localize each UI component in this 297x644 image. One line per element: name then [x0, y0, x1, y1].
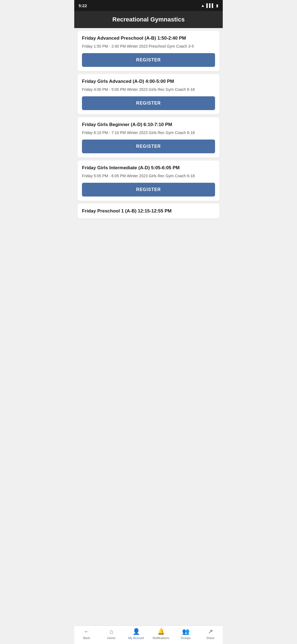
register-button-1[interactable]: REGISTER [82, 53, 215, 67]
class-title-3: Friday Girls Beginner (A-D) 6:10-7:10 PM [82, 122, 215, 128]
nav-label-my-account: My Account [128, 636, 144, 640]
class-card-4: Friday Girls Intermediate (A-D) 5:05-6:0… [78, 160, 219, 201]
battery-icon: ▮ [216, 3, 218, 8]
groups-icon: 👥 [182, 628, 189, 635]
class-card-1: Friday Advanced Preschool (A-B) 1:50-2:4… [78, 31, 219, 71]
class-card-2: Friday Girls Advanced (A-D) 4:00-5:00 PM… [78, 74, 219, 114]
status-icons: ▲ ▌▌▌ ▮ [201, 3, 218, 8]
nav-item-groups[interactable]: 👥 Groups [173, 628, 198, 640]
nav-item-my-account[interactable]: 👤 My Account [124, 628, 148, 640]
status-time: 5:22 [79, 3, 87, 8]
nav-label-notifications: Notifications [153, 636, 169, 640]
back-icon: ← [84, 628, 90, 635]
share-icon: ↗ [208, 628, 213, 635]
nav-item-share[interactable]: ↗ Share [198, 628, 223, 640]
my-account-icon: 👤 [133, 628, 140, 635]
nav-label-back: Back [83, 636, 90, 640]
signal-icon: ▌▌▌ [206, 3, 215, 8]
home-icon: ⌂ [109, 628, 113, 635]
register-button-3[interactable]: REGISTER [82, 140, 215, 153]
class-details-4: Friday 5:05 PM - 6:05 PM Winter 2023 Gir… [82, 173, 215, 179]
register-button-4[interactable]: REGISTER [82, 183, 215, 197]
nav-label-groups: Groups [181, 636, 191, 640]
notifications-icon: 🔔 [157, 628, 165, 635]
content-area: Friday Advanced Preschool (A-B) 1:50-2:4… [74, 28, 223, 243]
page-title: Recreational Gymnastics [79, 16, 218, 23]
status-bar: 5:22 ▲ ▌▌▌ ▮ [74, 0, 223, 11]
nav-label-share: Share [206, 636, 214, 640]
nav-label-home: Home [107, 636, 115, 640]
class-details-1: Friday 1:50 PM - 2:40 PM Winter 2023 Pre… [82, 43, 215, 49]
wifi-icon: ▲ [201, 3, 205, 8]
class-details-3: Friday 6:10 PM - 7:10 PM Winter 2023 Gir… [82, 130, 215, 136]
partial-class-card: Friday Preschool 1 (A-B) 12:15-12:55 PM [78, 204, 219, 219]
class-title-1: Friday Advanced Preschool (A-B) 1:50-2:4… [82, 35, 215, 41]
class-title-4: Friday Girls Intermediate (A-D) 5:05-6:0… [82, 165, 215, 171]
nav-item-back[interactable]: ← Back [74, 628, 99, 640]
partial-class-title: Friday Preschool 1 (A-B) 12:15-12:55 PM [82, 208, 215, 214]
page-header: Recreational Gymnastics [74, 11, 223, 28]
nav-item-notifications[interactable]: 🔔 Notifications [148, 628, 173, 640]
nav-item-home[interactable]: ⌂ Home [99, 628, 124, 640]
class-title-2: Friday Girls Advanced (A-D) 4:00-5:00 PM [82, 78, 215, 84]
class-details-2: Friday 4:00 PM - 5:00 PM Winter 2023 Gir… [82, 87, 215, 92]
register-button-2[interactable]: REGISTER [82, 96, 215, 110]
class-card-3: Friday Girls Beginner (A-D) 6:10-7:10 PM… [78, 117, 219, 158]
bottom-nav: ← Back ⌂ Home 👤 My Account 🔔 Notificatio… [74, 626, 223, 644]
